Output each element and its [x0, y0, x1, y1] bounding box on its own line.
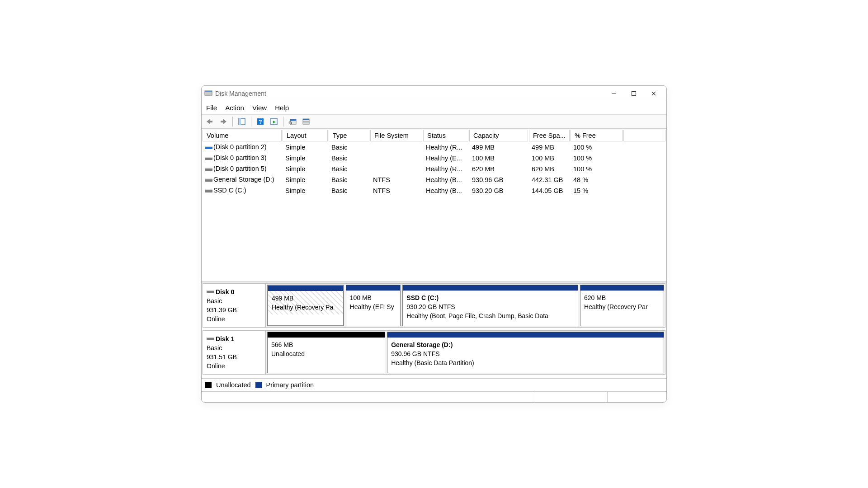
disk-graphic-pane: Disk 0Basic931.39 GBOnline499 MBHealthy …	[202, 282, 666, 378]
col-volume[interactable]: Volume	[203, 130, 282, 141]
volume-free: 144.05 GB	[529, 186, 570, 196]
disk-type: Basic	[207, 343, 262, 352]
volume-icon	[205, 155, 212, 162]
volume-pct: 100 %	[571, 142, 623, 152]
disk-icon	[207, 287, 214, 296]
volume-icon	[205, 177, 212, 184]
partition[interactable]: General Storage (D:)930.96 GB NTFSHealth…	[387, 332, 664, 373]
svg-rect-17	[290, 119, 296, 121]
col-pctfree[interactable]: % Free	[571, 130, 623, 141]
volume-capacity: 930.96 GB	[469, 175, 528, 185]
close-button[interactable]	[644, 87, 664, 100]
status-bar	[202, 391, 666, 402]
volume-layout: Simple	[283, 153, 328, 163]
disk-management-window: Disk Management File Action View Help ?	[201, 85, 667, 403]
partition-container: 499 MBHealthy (Recovery Pa100 MBHealthy …	[266, 284, 665, 327]
partition-title: SSD C (C:)	[406, 293, 574, 302]
volume-free: 620 MB	[529, 164, 570, 174]
volume-filesystem	[370, 153, 422, 163]
col-layout[interactable]: Layout	[283, 130, 328, 141]
col-capacity[interactable]: Capacity	[469, 130, 528, 141]
partition-stripe	[403, 285, 578, 291]
maximize-button[interactable]	[624, 87, 644, 100]
window-title: Disk Management	[215, 90, 604, 97]
col-status[interactable]: Status	[423, 130, 468, 141]
svg-rect-24	[205, 146, 212, 147]
volume-name: (Disk 0 partition 3)	[213, 154, 267, 161]
partition[interactable]: 499 MBHealthy (Recovery Pa	[267, 285, 344, 326]
help-icon[interactable]: ?	[255, 116, 266, 127]
toolbar-separator	[232, 117, 233, 127]
partition[interactable]: 620 MBHealthy (Recovery Par	[580, 285, 664, 326]
disk-header[interactable]: Disk 1Basic931.51 GBOnline	[203, 331, 266, 374]
volume-row[interactable]: General Storage (D:)SimpleBasicNTFSHealt…	[203, 175, 665, 185]
volume-capacity: 100 MB	[469, 153, 528, 163]
partition-title: General Storage (D:)	[391, 340, 660, 349]
refresh-icon[interactable]	[269, 116, 279, 127]
disk-row: Disk 0Basic931.39 GBOnline499 MBHealthy …	[203, 283, 665, 328]
volume-row[interactable]: (Disk 0 partition 2)SimpleBasicHealthy (…	[203, 142, 665, 152]
svg-rect-11	[239, 118, 241, 125]
menu-file[interactable]: File	[206, 104, 217, 112]
minimize-button[interactable]	[604, 87, 624, 100]
back-icon[interactable]	[204, 116, 215, 127]
disk-row: Disk 1Basic931.51 GBOnline566 MBUnalloca…	[203, 330, 665, 375]
toolbar-separator	[251, 117, 251, 127]
volume-name: (Disk 0 partition 5)	[213, 165, 267, 172]
disk-size: 931.51 GB	[207, 352, 262, 361]
volume-row[interactable]: SSD C (C:)SimpleBasicNTFSHealthy (B...93…	[203, 186, 665, 196]
svg-rect-7	[210, 121, 212, 122]
col-spacer	[623, 130, 665, 141]
partition-stripe	[580, 285, 664, 291]
list-view-icon[interactable]	[301, 116, 311, 127]
volume-filesystem: NTFS	[370, 186, 422, 196]
volume-name: SSD C (C:)	[213, 187, 246, 194]
status-section	[535, 392, 608, 402]
svg-text:?: ?	[259, 119, 262, 125]
volume-type: Basic	[329, 164, 369, 174]
menu-help[interactable]: Help	[275, 104, 289, 112]
partition-status: Healthy (Boot, Page File, Crash Dump, Ba…	[406, 311, 574, 320]
partition[interactable]: SSD C (C:)930.20 GB NTFSHealthy (Boot, P…	[402, 285, 578, 326]
volume-pct: 15 %	[571, 186, 623, 196]
disk-name: Disk 0	[216, 288, 234, 296]
disk-type: Basic	[207, 296, 262, 305]
volume-row[interactable]: (Disk 0 partition 5)SimpleBasicHealthy (…	[203, 164, 665, 174]
volume-name: (Disk 0 partition 2)	[213, 143, 267, 150]
volume-filesystem: NTFS	[370, 175, 422, 185]
partition-size: 566 MB	[271, 340, 381, 349]
partition[interactable]: 566 MBUnallocated	[267, 332, 385, 373]
volume-capacity: 620 MB	[469, 164, 528, 174]
menu-action[interactable]: Action	[225, 104, 244, 112]
forward-icon[interactable]	[218, 116, 229, 127]
disk-name: Disk 1	[216, 335, 234, 343]
volume-table: Volume Layout Type File System Status Ca…	[202, 129, 666, 197]
disk-status: Online	[207, 314, 262, 324]
volume-type: Basic	[329, 175, 369, 185]
partition-stripe	[268, 332, 385, 338]
legend-unallocated-swatch	[205, 382, 212, 388]
col-filesystem[interactable]: File System	[370, 130, 422, 141]
partition-size: 930.20 GB NTFS	[406, 302, 574, 311]
partition[interactable]: 100 MBHealthy (EFI Sy	[346, 285, 401, 326]
volume-icon	[205, 144, 212, 151]
volume-layout: Simple	[283, 186, 328, 196]
svg-rect-20	[303, 119, 309, 120]
settings-view-icon[interactable]	[287, 116, 298, 127]
status-section	[202, 392, 535, 402]
col-freespace[interactable]: Free Spa...	[529, 130, 570, 141]
volume-pct: 48 %	[571, 175, 623, 185]
volume-free: 100 MB	[529, 153, 570, 163]
disk-status: Online	[207, 361, 262, 371]
svg-rect-3	[632, 91, 636, 95]
disk-header[interactable]: Disk 0Basic931.39 GBOnline	[203, 284, 266, 327]
col-type[interactable]: Type	[329, 130, 369, 141]
svg-marker-8	[223, 119, 226, 124]
svg-rect-32	[205, 189, 212, 190]
menu-view[interactable]: View	[252, 104, 267, 112]
volume-icon	[205, 188, 212, 195]
volume-row[interactable]: (Disk 0 partition 3)SimpleBasicHealthy (…	[203, 153, 665, 163]
partition-size: 499 MB	[272, 294, 340, 303]
volume-free: 499 MB	[529, 142, 570, 152]
show-hide-tree-icon[interactable]	[236, 116, 247, 127]
